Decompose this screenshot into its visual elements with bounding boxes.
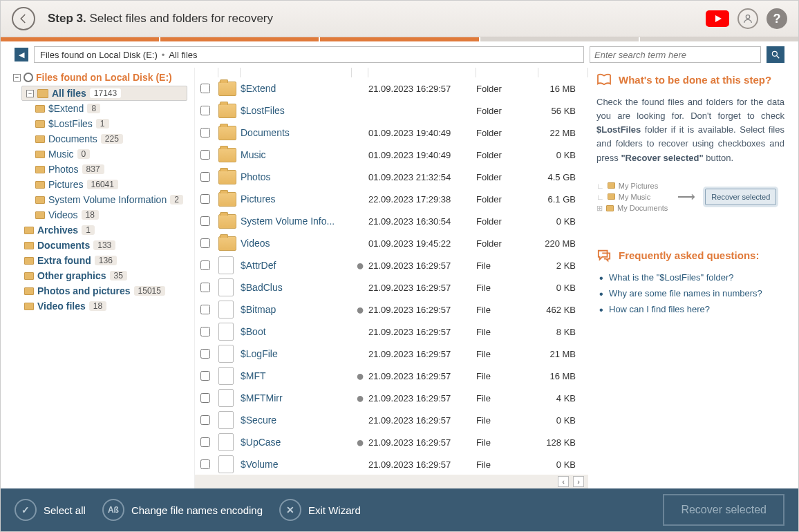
file-name[interactable]: $MFT (241, 370, 352, 381)
tree-category[interactable]: Archives1 (13, 222, 187, 238)
scroll-right-icon[interactable]: › (573, 476, 584, 487)
file-row[interactable]: $MFTMirr ● 21.09.2023 16:29:57 File 4 KB (195, 387, 588, 409)
row-checkbox[interactable] (200, 150, 210, 160)
recover-selected-button[interactable]: Recover selected (663, 494, 784, 526)
file-row[interactable]: $Secure 21.09.2023 16:29:57 File 0 KB (195, 409, 588, 431)
folder-icon (218, 236, 236, 251)
search-button[interactable] (767, 46, 784, 63)
file-type: Folder (476, 216, 538, 227)
change-encoding-button[interactable]: Aß Change file names encoding (102, 499, 263, 521)
file-name[interactable]: $UpCase (241, 437, 352, 448)
file-name[interactable]: $Boot (241, 326, 352, 337)
collapse-icon[interactable]: − (26, 90, 34, 97)
row-checkbox[interactable] (200, 371, 210, 381)
row-checkbox[interactable] (200, 128, 210, 137)
select-all-button[interactable]: ✓ Select all (15, 499, 86, 521)
tree-subfolder[interactable]: Pictures16041 (13, 177, 187, 192)
file-row[interactable]: $MFT ● 21.09.2023 16:29:57 File 16 MB (195, 365, 588, 387)
file-name[interactable]: Photos (241, 171, 352, 182)
file-name[interactable]: $Secure (241, 415, 352, 426)
file-size: 2 KB (538, 260, 588, 271)
breadcrumb-root-button[interactable]: ◀ (15, 48, 28, 61)
folder-icon (24, 257, 34, 265)
file-name[interactable]: $Bitmap (241, 304, 352, 315)
row-checkbox[interactable] (200, 349, 210, 359)
horizontal-scroll[interactable]: ‹ › (195, 475, 588, 488)
file-name[interactable]: Videos (241, 238, 352, 249)
tree-category[interactable]: Documents133 (13, 238, 187, 253)
file-row[interactable]: $AttrDef ● 21.09.2023 16:29:57 File 2 KB (195, 254, 588, 276)
tree-category[interactable]: Photos and pictures15015 (13, 283, 187, 298)
row-checkbox[interactable] (200, 327, 210, 336)
row-checkbox[interactable] (200, 106, 210, 115)
file-row[interactable]: $Extend 21.09.2023 16:29:57 Folder 16 MB (195, 77, 588, 99)
tree-subfolder[interactable]: $LostFiles1 (13, 116, 187, 131)
file-type: File (476, 437, 538, 448)
breadcrumb-path[interactable]: Files found on Local Disk (E:)•All files (34, 46, 584, 63)
file-name[interactable]: Music (241, 149, 352, 160)
file-row[interactable]: $Volume 21.09.2023 16:29:57 File 0 KB (195, 453, 588, 475)
faq-link[interactable]: What is the "$LostFiles" folder? (609, 272, 733, 283)
back-button[interactable] (12, 7, 35, 30)
tree-category[interactable]: Extra found136 (13, 253, 187, 268)
faq-link[interactable]: How can I find files here? (609, 304, 710, 314)
row-checkbox[interactable] (200, 238, 210, 248)
tree-subfolder[interactable]: $Extend8 (13, 101, 187, 116)
row-checkbox[interactable] (200, 260, 210, 270)
file-row[interactable]: $UpCase ● 21.09.2023 16:29:57 File 128 K… (195, 431, 588, 453)
file-row[interactable]: $LogFile 21.09.2023 16:29:57 File 21 MB (195, 343, 588, 365)
file-row[interactable]: Photos 01.09.2023 21:32:54 Folder 4.5 GB (195, 166, 588, 188)
tree-subfolder[interactable]: Photos837 (13, 162, 187, 177)
file-date: 21.09.2023 16:29:57 (368, 84, 476, 94)
file-row[interactable]: Pictures 22.09.2023 17:29:38 Folder 6.1 … (195, 188, 588, 210)
row-checkbox[interactable] (200, 216, 210, 226)
exit-wizard-button[interactable]: ✕ Exit Wizard (279, 499, 361, 521)
file-row[interactable]: $Bitmap ● 21.09.2023 16:29:57 File 462 K… (195, 298, 588, 321)
file-type: File (476, 327, 538, 337)
file-row[interactable]: $Boot 21.09.2023 16:29:57 File 8 KB (195, 321, 588, 343)
file-row[interactable]: System Volume Info... 21.09.2023 16:30:5… (195, 210, 588, 232)
row-checkbox[interactable] (200, 459, 210, 469)
row-checkbox[interactable] (200, 283, 210, 292)
youtube-icon[interactable] (706, 10, 729, 27)
file-name[interactable]: $MFTMirr (241, 392, 352, 403)
row-checkbox[interactable] (200, 194, 210, 204)
file-name[interactable]: Pictures (241, 193, 352, 205)
tree-subfolder[interactable]: Videos18 (13, 207, 187, 222)
file-row[interactable]: Videos 01.09.2023 19:45:22 Folder 220 MB (195, 232, 588, 254)
file-row[interactable]: $BadClus 21.09.2023 16:29:57 File 0 KB (195, 276, 588, 298)
row-checkbox[interactable] (200, 437, 210, 447)
file-size: 56 KB (538, 106, 588, 116)
collapse-icon[interactable]: − (13, 74, 21, 82)
search-input[interactable] (590, 46, 761, 63)
tree-category[interactable]: Video files18 (13, 298, 187, 314)
tree-category[interactable]: Other graphics35 (13, 268, 187, 283)
tree-subfolder[interactable]: Music0 (13, 146, 187, 162)
faq-link[interactable]: Why are some file names in numbers? (609, 288, 762, 298)
file-date: 21.09.2023 16:29:57 (368, 305, 476, 315)
file-name[interactable]: $AttrDef (241, 260, 352, 271)
tree-root[interactable]: − Files found on Local Disk (E:) (13, 72, 187, 83)
tree-all-files[interactable]: − All files 17143 (21, 86, 187, 101)
row-checkbox[interactable] (200, 172, 210, 182)
file-name[interactable]: $LostFiles (241, 105, 352, 116)
file-row[interactable]: $LostFiles Folder 56 KB (195, 99, 588, 122)
close-icon: ✕ (279, 499, 301, 521)
file-name[interactable]: $Volume (241, 459, 352, 470)
file-name[interactable]: $LogFile (241, 348, 352, 359)
file-name[interactable]: $Extend (241, 83, 352, 94)
row-checkbox[interactable] (200, 84, 210, 93)
account-icon[interactable] (737, 8, 758, 29)
file-name[interactable]: Documents (241, 127, 352, 138)
help-icon[interactable]: ? (767, 8, 787, 29)
row-checkbox[interactable] (200, 393, 210, 403)
row-checkbox[interactable] (200, 305, 210, 314)
row-checkbox[interactable] (200, 415, 210, 425)
tree-subfolder[interactable]: Documents225 (13, 131, 187, 146)
scroll-left-icon[interactable]: ‹ (558, 476, 569, 487)
tree-subfolder[interactable]: System Volume Information2 (13, 192, 187, 207)
file-name[interactable]: $BadClus (241, 282, 352, 293)
file-row[interactable]: Music 01.09.2023 19:40:49 Folder 0 KB (195, 144, 588, 166)
file-name[interactable]: System Volume Info... (241, 216, 352, 227)
file-row[interactable]: Documents 01.09.2023 19:40:49 Folder 22 … (195, 122, 588, 144)
